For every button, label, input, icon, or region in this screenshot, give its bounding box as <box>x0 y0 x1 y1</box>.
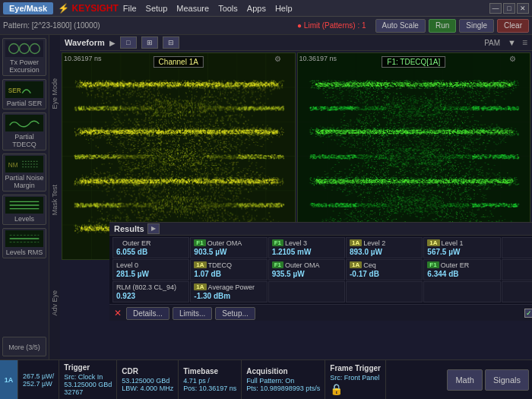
sidebar-item-partial-ser[interactable]: SER Partial SER <box>2 79 46 109</box>
outer-er2-value: 6.344 dB <box>427 270 496 278</box>
maximize-button[interactable]: □ <box>503 3 515 14</box>
cdr-cell: CDR 53.125000 GBd LBW: 4.000 MHz <box>117 360 179 399</box>
outer-oma2-badge: F1 <box>272 261 283 268</box>
settings-icon-right[interactable]: ⚙ <box>509 55 516 63</box>
limits-button[interactable]: Limits... <box>173 307 212 320</box>
level0-value: 281.5 µW <box>116 270 185 278</box>
result-empty5 <box>423 281 500 302</box>
level2-badge: 1A <box>350 239 362 246</box>
settings-icon-left[interactable]: ⚙ <box>274 55 281 63</box>
clear-button[interactable]: Clear <box>497 19 529 33</box>
auto-scale-button[interactable]: Auto Scale <box>375 19 426 33</box>
menu-file[interactable]: File <box>123 4 137 13</box>
result-empty1 <box>502 237 532 258</box>
result-level2-1a: 1A Level 2 893.0 µW <box>346 237 423 258</box>
partial-ser-label: Partial SER <box>5 100 44 107</box>
menu-apps[interactable]: Apps <box>247 4 266 13</box>
menu-help[interactable]: Help <box>275 4 293 13</box>
timebase-cell: Timebase 4.71 ps / Pos: 10.36197 ns <box>179 360 242 399</box>
window-controls: — □ ✕ <box>489 3 529 14</box>
frame-trigger-title: Frame Trigger <box>330 364 381 372</box>
menu-measure[interactable]: Measure <box>176 4 209 13</box>
outer-oma-f1-value: 903.5 µW <box>194 248 263 256</box>
channel-val2: 252.7 µW <box>23 380 54 388</box>
level3-value: 1.2105 mW <box>272 248 341 256</box>
menu-icon[interactable]: ≡ <box>522 37 527 48</box>
sidebar-item-tx-power[interactable]: Tx Power Excursion <box>2 38 46 76</box>
trigger-freq1: 53.125000 GBd <box>64 381 112 388</box>
menu-setup[interactable]: Setup <box>146 4 168 13</box>
sidebar-item-partial-noise[interactable]: NM Partial Noise Margin <box>2 154 46 192</box>
limit-info: ● Limit (Patterns) : 1 <box>297 21 366 30</box>
result-level3-f1: F1 Level 3 1.2105 mW <box>268 237 345 258</box>
result-outer-oma-f1: F1 Outer OMA 903.5 µW <box>190 237 267 258</box>
frame-trigger-val1: Src: Front Panel <box>330 374 381 382</box>
svg-text:NM: NM <box>8 162 18 169</box>
svg-text:SER: SER <box>8 87 21 94</box>
annotations-label: ✓ Annotations <box>524 309 532 318</box>
trigger-cell: Trigger Src: Clock In 53.125000 GBd 3276… <box>59 360 117 399</box>
sidebar-item-levels[interactable]: Levels <box>2 195 46 225</box>
level1-value: 567.5 µW <box>427 248 496 256</box>
chart-time-left: 10.36197 ns <box>64 55 102 62</box>
level2-name: Level 2 <box>363 239 385 247</box>
details-button[interactable]: Details... <box>126 307 169 320</box>
dropdown-arrow[interactable]: ▼ <box>508 38 516 47</box>
wf-btn-2[interactable]: ⊞ <box>141 36 158 49</box>
sidebar-item-levels-rms[interactable]: Levels RMS <box>2 228 46 258</box>
menu-tools[interactable]: Tools <box>218 4 238 13</box>
eye-mode-label: Eye Mode <box>51 78 59 109</box>
chart-time-right: 10.36197 ns <box>299 55 337 62</box>
timebase-title: Timebase <box>183 367 236 375</box>
close-button[interactable]: ✕ <box>517 3 529 14</box>
result-level0: Level 0 281.5 µW <box>112 259 189 280</box>
result-ceq-1a: 1A Ceq -0.17 dB <box>346 259 423 280</box>
waveform-title: Waveform <box>65 38 105 47</box>
outer-er2-badge: F1 <box>427 261 439 268</box>
setup-button[interactable]: Setup... <box>215 307 255 320</box>
bottom-actions: ✕ Details... Limits... Setup... ✓ Annota… <box>109 304 532 322</box>
minimize-button[interactable]: — <box>489 3 502 14</box>
bottom-panel: Results ▶ ⋮ Outer ER 6.055 dB F1 <box>109 222 532 321</box>
x-icon: ✕ <box>114 308 122 318</box>
run-button[interactable]: Run <box>429 19 456 33</box>
result-avg-power-1a: 1A Average Power -1.30 dBm <box>190 281 267 302</box>
tdecq-badge: 1A <box>194 261 206 268</box>
outer-oma2-value: 935.5 µW <box>272 270 341 278</box>
level3-name: Level 3 <box>285 239 307 247</box>
result-empty3 <box>268 281 345 302</box>
side-labels: Eye Mode Mask Test Adv Eye <box>49 35 60 359</box>
outer-oma-f1-name: Outer OMA <box>207 239 242 247</box>
sidebar-item-partial-tdecq[interactable]: Partial TDECQ <box>2 112 46 150</box>
annotations-checkbox[interactable]: ✓ <box>524 309 532 318</box>
toolbar: Pattern: [2^23-1800] (10000) ● Limit (Pa… <box>0 17 532 35</box>
channel-indicator: 1A <box>0 360 18 399</box>
title-bar: Eye/Mask ⚡ KEYSIGHT File Setup Measure T… <box>0 0 532 17</box>
outer-er-name: Outer ER <box>122 239 151 247</box>
ceq-badge: 1A <box>350 261 362 268</box>
right-buttons: Math Signals <box>444 360 532 399</box>
signals-button[interactable]: Signals <box>485 369 529 391</box>
result-empty2 <box>502 259 532 280</box>
single-button[interactable]: Single <box>459 19 494 33</box>
outer-er2-name: Outer ER <box>441 261 470 269</box>
timebase-val1: 4.71 ps / <box>183 377 236 385</box>
math-button[interactable]: Math <box>447 369 482 391</box>
menu-bar: File Setup Measure Tools Apps Help <box>123 4 489 13</box>
wf-btn-1[interactable]: □ <box>120 36 137 49</box>
result-outer-oma2-f1: F1 Outer OMA 935.5 µW <box>268 259 345 280</box>
results-play-button[interactable]: ▶ <box>147 223 160 234</box>
eye-mask-button[interactable]: Eye/Mask <box>3 2 53 14</box>
avg-power-value: -1.30 dBm <box>194 292 263 300</box>
play-icon[interactable]: ▶ <box>109 39 116 47</box>
result-outer-er2-f1: F1 Outer ER 6.344 dB <box>423 259 500 280</box>
wf-btn-3[interactable]: ⊟ <box>163 36 179 49</box>
acquisition-val2: Pts: 10.989898993 pts/s <box>246 385 320 392</box>
left-sidebar: Tx Power Excursion SER Partial SER Parti… <box>0 35 49 359</box>
more-button[interactable]: More (3/5) <box>2 337 46 356</box>
result-tdecq-1a: 1A TDECQ 1.07 dB <box>190 259 267 280</box>
trigger-src: Src: Clock In <box>64 373 112 381</box>
outer-er-value: 6.055 dB <box>116 248 185 256</box>
pattern-info: Pattern: [2^23-1800] (10000) <box>3 21 100 30</box>
levels-label: Levels <box>5 215 44 223</box>
